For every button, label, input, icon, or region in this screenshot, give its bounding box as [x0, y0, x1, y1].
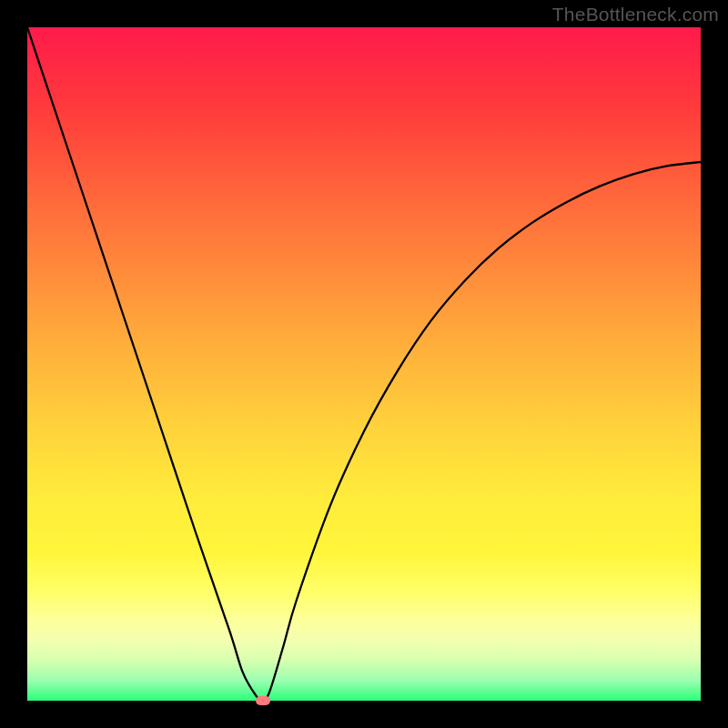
plot-area — [27, 27, 701, 701]
bottleneck-curve — [27, 27, 701, 701]
attribution-text: TheBottleneck.com — [552, 4, 719, 25]
optimal-point-marker — [256, 696, 270, 705]
chart-frame: TheBottleneck.com — [0, 0, 728, 728]
curve-svg — [27, 27, 701, 701]
